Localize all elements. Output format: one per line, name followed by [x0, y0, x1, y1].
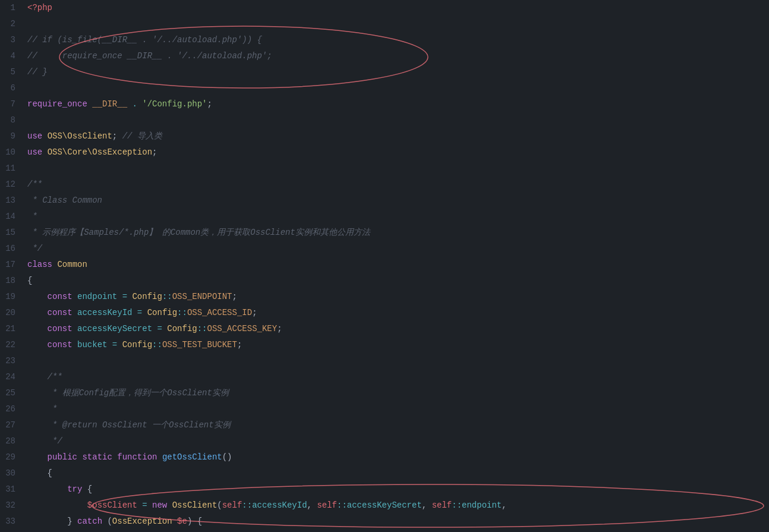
code-line: 26 *: [0, 401, 769, 417]
code-line: 28 */: [0, 433, 769, 449]
code-line: 3 // if (is_file(__DIR__ . '/../autoload…: [0, 32, 769, 48]
code-line: 20 const accessKeyId = Config::OSS_ACCES…: [0, 305, 769, 321]
code-line: 17 class Common: [0, 257, 769, 273]
code-line: 5 // }: [0, 64, 769, 80]
code-line: 16 */: [0, 241, 769, 257]
code-line: 2: [0, 16, 769, 32]
code-line: 29 public static function getOssClient(): [0, 449, 769, 465]
code-line: 12 /**: [0, 177, 769, 193]
code-line: 21 const accessKeySecret = Config::OSS_A…: [0, 321, 769, 337]
code-line: 19 const endpoint = Config::OSS_ENDPOINT…: [0, 289, 769, 305]
code-line: 22 const bucket = Config::OSS_TEST_BUCKE…: [0, 337, 769, 353]
code-editor: 1 <?php 2 3 // if (is_file(__DIR__ . '/.…: [0, 0, 769, 532]
code-line: 11: [0, 160, 769, 177]
code-line: 7 require_once __DIR__ . '/Config.php';: [0, 96, 769, 112]
code-line: 32 $ossClient = new OssClient(self::acce…: [0, 498, 769, 514]
code-line: 15 * 示例程序【Samples/*.php】 的Common类，用于获取Os…: [0, 225, 769, 241]
code-line: 10 use OSS\Core\OssException;: [0, 144, 769, 160]
code-line: 9 use OSS\OssClient; // 导入类: [0, 128, 769, 144]
code-line: 13 * Class Common: [0, 193, 769, 209]
code-line: 23: [0, 353, 769, 369]
code-line: 8: [0, 112, 769, 128]
code-line: 18 {: [0, 273, 769, 289]
code-line: 31 try {: [0, 481, 769, 498]
code-line: 25 * 根据Config配置，得到一个OssClient实例: [0, 385, 769, 401]
code-line: 6: [0, 80, 769, 96]
code-line: 14 *: [0, 209, 769, 225]
code-line: 27 * @return OssClient 一个OssClient实例: [0, 417, 769, 433]
code-line: 33 } catch (OssException $e) {: [0, 514, 769, 530]
code-line: 24 /**: [0, 369, 769, 385]
code-line: 1 <?php: [0, 0, 769, 16]
code-line: 30 {: [0, 465, 769, 481]
code-line: 4 // require_once __DIR__ . '/../autoloa…: [0, 48, 769, 64]
